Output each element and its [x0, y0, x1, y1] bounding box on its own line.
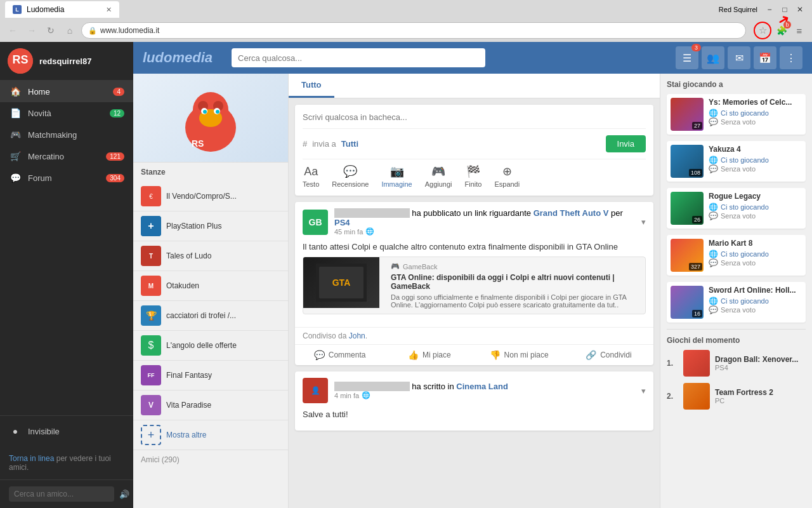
- action-aggiungi[interactable]: 🎮 Aggiungi: [425, 164, 452, 188]
- browser-tab[interactable]: L Ludomedia ✕: [5, 1, 119, 18]
- action-recensione[interactable]: 💬 Recensione: [332, 164, 369, 188]
- more-options-button[interactable]: ⋮: [780, 46, 802, 69]
- back-button[interactable]: ←: [5, 23, 20, 38]
- mic-icon[interactable]: 🔊: [119, 490, 129, 499]
- action-testo[interactable]: Aa Testo: [303, 165, 319, 188]
- post-thumb-image: GTA: [303, 257, 379, 308]
- share-button[interactable]: 🔗 Condividi: [564, 345, 653, 365]
- post-game-link[interactable]: Grand Theft Auto V: [534, 208, 609, 218]
- post-thumbnail[interactable]: GTA 🎮 GameBack GTA Online: disponibili d…: [303, 257, 646, 314]
- sidebar-item-novita[interactable]: 📄 Novità 12: [0, 102, 133, 124]
- reload-button[interactable]: ↻: [43, 23, 58, 38]
- room-item-otakuden[interactable]: M Otakuden: [133, 271, 288, 301]
- post2-game-link[interactable]: Cinema Land: [456, 382, 508, 391]
- search-friends-input[interactable]: [9, 486, 114, 502]
- room-item-tales[interactable]: T Tales of Ludo: [133, 241, 288, 271]
- room-icon-vendo: €: [141, 186, 161, 206]
- room-item-angolo[interactable]: $ L'angolo delle offerte: [133, 331, 288, 361]
- game-item-rogue[interactable]: 26 Rogue Legacy 🌐 Ci sto giocando 💬 Senz…: [667, 188, 806, 229]
- address-bar[interactable]: 🔒 www.ludomedia.it: [81, 22, 746, 39]
- calendar-icon-button[interactable]: 📅: [754, 46, 776, 69]
- sidebar-item-home[interactable]: 🏠 Home 4: [0, 81, 133, 102]
- add-more-rooms[interactable]: + Mostra altre: [133, 420, 288, 450]
- game-item-sword[interactable]: 16 Sword Art Online: Holl... 🌐 Ci sto gi…: [667, 282, 806, 323]
- room-item-finalfantasy[interactable]: FF Final Fantasy: [133, 361, 288, 391]
- home-button[interactable]: ⌂: [62, 23, 77, 38]
- post-thumb-title: GTA Online: disponibili da oggi i Colpi …: [391, 273, 640, 291]
- comment-button[interactable]: 💬 Commenta: [295, 345, 384, 365]
- ys-title: Ys: Memories of Celc...: [709, 98, 802, 107]
- friends-icon-button[interactable]: 👥: [702, 46, 724, 69]
- post-expand-button[interactable]: ▾: [641, 217, 646, 227]
- action-finito[interactable]: 🏁 Finito: [465, 164, 482, 188]
- room-item-playstation[interactable]: + PlayStation Plus: [133, 211, 288, 241]
- espandi-icon: ⊕: [502, 164, 512, 178]
- team-thumb: [683, 383, 710, 410]
- bookmark-button[interactable]: ☆ ➜: [754, 22, 771, 39]
- room-name-tales: Tales of Ludo: [166, 251, 211, 260]
- mario-info: Mario Kart 8 🌐 Ci sto giocando 💬 Senza v…: [709, 239, 802, 272]
- yakuza-badge: 108: [689, 169, 702, 177]
- game-item-mario[interactable]: 327 Mario Kart 8 🌐 Ci sto giocando 💬 Sen…: [667, 235, 806, 276]
- post2-meta: ████████████ ha scritto in Cinema Land 4…: [334, 382, 635, 399]
- trending-item-dragon[interactable]: 1. Dragon Ball: Xenover... PS4: [667, 350, 806, 377]
- testo-icon: Aa: [304, 165, 318, 178]
- sidebar-item-matchmaking[interactable]: 🎮 Matchmaking: [0, 124, 133, 145]
- dislike-button[interactable]: 👎 Non mi piace: [475, 345, 564, 365]
- invisible-toggle[interactable]: ● Invisibile: [9, 422, 124, 440]
- team-platform: PC: [715, 397, 806, 404]
- post-text: Il tanto attesi Colpi e qualche altro co…: [303, 242, 646, 251]
- search-bar[interactable]: [232, 48, 485, 67]
- composer-input[interactable]: [303, 112, 646, 122]
- send-button[interactable]: Invia: [606, 135, 646, 152]
- svg-point-9: [203, 110, 207, 114]
- yakuza-info: Yakuza 4 🌐 Ci sto giocando 💬 Senza voto: [709, 145, 802, 178]
- search-input[interactable]: [238, 53, 479, 63]
- menu-icon-button[interactable]: ☰ 3: [676, 46, 698, 69]
- yakuza-rating: 💬 Senza voto: [709, 164, 802, 173]
- forward-button[interactable]: →: [24, 23, 39, 38]
- dislike-icon: 👎: [490, 350, 501, 360]
- post2-body: Salve a tutti!: [295, 410, 653, 431]
- feed-tabs: Tutto: [289, 74, 660, 98]
- mercatino-badge: 121: [106, 152, 124, 161]
- room-item-vendo[interactable]: € Il Vendo/Compro/S...: [133, 182, 288, 211]
- room-icon-ps: +: [141, 216, 161, 236]
- action-immagine[interactable]: 📷 Immagine: [381, 164, 412, 188]
- dragon-title: Dragon Ball: Xenover...: [715, 355, 806, 364]
- room-item-cacciatori[interactable]: 🏆 cacciatori di trofei /...: [133, 301, 288, 331]
- add-room-label: Mostra altre: [166, 431, 206, 439]
- recipient-selector[interactable]: Tutti: [341, 139, 358, 149]
- post2-expand-button[interactable]: ▾: [641, 386, 646, 396]
- like-button[interactable]: 👍 Mi piace: [384, 345, 474, 365]
- close-button[interactable]: ✕: [793, 4, 807, 15]
- tab-tutto[interactable]: Tutto: [289, 74, 334, 98]
- messages-icon-button[interactable]: ✉: [728, 46, 750, 69]
- immagine-label: Immagine: [381, 180, 412, 188]
- rogue-badge: 26: [692, 216, 702, 224]
- shared-user-link[interactable]: John: [349, 331, 365, 340]
- post-item-2: 👤 ████████████ ha scritto in Cinema Land…: [295, 371, 653, 431]
- trending-item-team[interactable]: 2. Team Fortress 2 PC: [667, 383, 806, 410]
- game-item-ys[interactable]: 27 Ys: Memories of Celc... 🌐 Ci sto gioc…: [667, 94, 806, 135]
- rooms-label: Stanze: [141, 168, 166, 177]
- menu-button[interactable]: ≡: [792, 23, 807, 38]
- sidebar-item-forum[interactable]: 💬 Forum 304: [0, 167, 133, 189]
- avatar: RS: [8, 48, 33, 74]
- torna-in-linea-link[interactable]: Torna in linea: [9, 454, 54, 463]
- team-title: Team Fortress 2: [715, 388, 806, 397]
- post-platform[interactable]: PS4: [334, 218, 350, 227]
- action-espandi[interactable]: ⊕ Espandi: [494, 164, 520, 188]
- ys-info: Ys: Memories of Celc... 🌐 Ci sto giocand…: [709, 98, 802, 131]
- sidebar-item-mercatino[interactable]: 🛒 Mercatino 121: [0, 145, 133, 167]
- extensions-button[interactable]: 🧩 b: [774, 23, 789, 38]
- rogue-title: Rogue Legacy: [709, 192, 802, 201]
- game-item-yakuza[interactable]: 108 Yakuza 4 🌐 Ci sto giocando 💬 Senza v…: [667, 141, 806, 182]
- room-item-vita[interactable]: V Vita Paradise: [133, 391, 288, 420]
- profile-avatar-image: RS: [179, 83, 242, 153]
- mario-status: 🌐 Ci sto giocando: [709, 250, 802, 258]
- post-time: 45 min fa 🌐: [334, 227, 635, 236]
- tab-close-button[interactable]: ✕: [106, 6, 112, 14]
- yakuza-title: Yakuza 4: [709, 145, 802, 154]
- minimize-button[interactable]: −: [763, 4, 776, 15]
